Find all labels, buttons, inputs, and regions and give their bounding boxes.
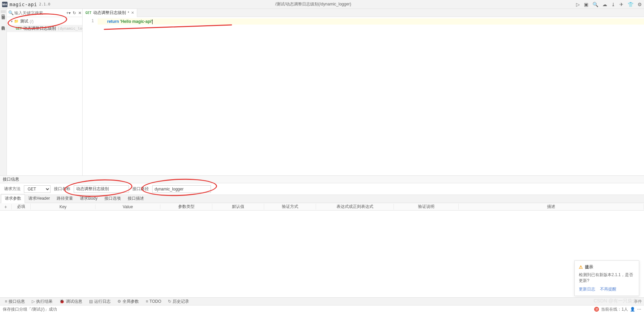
- ptab-desc[interactable]: 接口描述: [124, 194, 147, 203]
- header-toolbar: ▷ ▣ 🔍 ☁ ⤓ ✈ 👕 ⚙: [576, 2, 642, 7]
- http-method-badge: GET: [16, 27, 22, 30]
- path-label: 接口路径: [132, 186, 149, 192]
- editor-zone: GET 动态调整日志级别* ✕ 1 return 'Hello magic-ap…: [83, 9, 644, 175]
- col-type: 参数类型: [160, 204, 212, 210]
- add-param-icon[interactable]: +: [0, 204, 12, 210]
- bb-info[interactable]: ≡接口信息: [2, 299, 28, 304]
- notification-body: 检测到已有新版本2.1.1，是否更新?: [579, 272, 635, 284]
- play-icon: ▷: [32, 299, 35, 304]
- panel-title: 接口信息: [0, 176, 644, 183]
- sidebar: 🔍 +▾ ↻ ✕ ⇅ ⊙ ⊟ ▾ 📁 测试 (/) GET 动态调整日志级别 (…: [7, 9, 83, 175]
- search-icon[interactable]: 🔍: [592, 2, 598, 7]
- warning-icon: ⚠: [579, 265, 583, 270]
- bb-todo[interactable]: ≡TODO: [143, 299, 164, 304]
- status-bar: 保存接口分组「/测试(/)」成功 游 当前在线：1人 👤 ⋯: [0, 305, 644, 313]
- http-method-badge: GET: [85, 11, 91, 15]
- more-icon[interactable]: ⋯: [637, 307, 641, 312]
- col-expression: 表达式或正则表达式: [316, 204, 394, 210]
- main-content: 接口 ▦ 函数 fn 🔍 +▾ ↻ ✕ ⇅ ⊙ ⊟ ▾ 📁 测试 (/): [0, 9, 644, 175]
- param-table-body: [0, 211, 644, 252]
- col-required: 必填: [12, 204, 31, 210]
- col-validate: 验证方式: [264, 204, 316, 210]
- col-default: 默认值: [212, 204, 264, 210]
- sidebar-search-bar: 🔍 +▾ ↻ ✕ ⇅ ⊙ ⊟: [7, 9, 82, 17]
- bb-history[interactable]: ↻历史记录: [165, 299, 192, 304]
- app-header: MA magic-api 2.1.0 /测试/动态调整日志级别(/dynamic…: [0, 0, 644, 9]
- ptab-options[interactable]: 接口选项: [101, 194, 124, 203]
- breadcrumb-path: /测试/动态调整日志级别(/dynamic_logger): [50, 1, 576, 7]
- rail-tab-api[interactable]: 接口: [1, 10, 6, 13]
- app-version: 2.1.0: [39, 2, 50, 6]
- search-icon: 🔍: [8, 10, 14, 15]
- logo-icon: MA: [2, 2, 8, 7]
- editor-tabs: GET 动态调整日志级别* ✕: [83, 9, 644, 17]
- ptab-pathvar[interactable]: 路径变量: [53, 194, 76, 203]
- dismiss-link[interactable]: 不再提醒: [600, 286, 616, 292]
- bb-debug[interactable]: 🐞调试信息: [57, 299, 85, 304]
- line-number: 1: [83, 18, 94, 23]
- method-select[interactable]: GET: [24, 185, 51, 193]
- gear-icon: ⚙: [117, 299, 121, 304]
- chevron-down-icon: ▾: [11, 19, 13, 23]
- cloud-down-icon[interactable]: ⤓: [611, 2, 615, 7]
- history-icon: ↻: [168, 299, 171, 304]
- code-line: return 'Hello magic-api': [98, 18, 644, 25]
- left-rail: 接口 ▦ 函数 fn: [0, 9, 7, 175]
- info-icon: ≡: [5, 299, 7, 304]
- ptab-params[interactable]: 请求参数: [1, 194, 25, 203]
- send-icon[interactable]: ✈: [619, 2, 624, 7]
- tree-folder[interactable]: ▾ 📁 测试 (/): [7, 18, 82, 25]
- folder-path: (/): [30, 19, 33, 24]
- bug-icon: 🐞: [59, 299, 65, 304]
- folder-name: 测试: [20, 18, 28, 24]
- ptab-body[interactable]: 请求Body: [76, 194, 101, 203]
- cloud-up-icon[interactable]: ☁: [602, 2, 607, 7]
- api-tree: ▾ 📁 测试 (/) GET 动态调整日志级别 (dynamic_logger): [7, 17, 82, 175]
- editor-tab[interactable]: GET 动态调整日志级别* ✕: [83, 9, 137, 17]
- ptab-header[interactable]: 请求Header: [25, 194, 53, 203]
- notification-title: 提示: [585, 264, 593, 270]
- log-icon: ▤: [89, 299, 93, 304]
- name-input[interactable]: [74, 185, 129, 193]
- folder-icon: 📁: [14, 19, 19, 24]
- update-log-link[interactable]: 更新日志: [579, 286, 595, 292]
- rail-icon-2[interactable]: fn: [1, 25, 5, 33]
- search-input[interactable]: [14, 11, 66, 15]
- status-message: 保存接口分组「/测试(/)」成功: [3, 307, 57, 312]
- add-icon[interactable]: +▾: [66, 11, 71, 15]
- col-desc: 描述: [459, 204, 644, 210]
- run-icon[interactable]: ▷: [576, 2, 580, 7]
- code-content[interactable]: return 'Hello magic-api': [98, 17, 644, 175]
- online-status: 游 当前在线：1人 👤 ⋯: [594, 307, 641, 312]
- bb-result[interactable]: ▷执行结果: [29, 299, 55, 304]
- bottom-panel: 接口信息 请求方法 GET 接口名称 接口路径 请求参数 请求Header 路径…: [0, 175, 644, 252]
- bb-runlog[interactable]: ▤运行日志: [86, 299, 113, 304]
- rail-icon-1[interactable]: ▦: [1, 14, 5, 21]
- update-notification: ⚠ 提示 检测到已有新版本2.1.1，是否更新? 更新日志 不再提醒: [574, 260, 639, 296]
- name-label: 接口名称: [54, 186, 70, 192]
- bb-global[interactable]: ⚙全局参数: [115, 299, 142, 304]
- code-editor[interactable]: 1 return 'Hello magic-api': [83, 17, 644, 175]
- api-name: 动态调整日志级别: [23, 26, 56, 31]
- method-label: 请求方法: [4, 186, 20, 192]
- api-form-row: 请求方法 GET 接口名称 接口路径: [0, 183, 644, 195]
- path-input[interactable]: [152, 185, 211, 193]
- app-name: magic-api: [10, 2, 37, 7]
- bottom-bar: ≡接口信息 ▷执行结果 🐞调试信息 ▤运行日志 ⚙全局参数 ≡TODO ↻历史记…: [0, 297, 644, 305]
- line-gutter: 1: [83, 17, 98, 175]
- online-count: 当前在线：1人: [601, 307, 628, 312]
- events-label[interactable]: 事件: [634, 299, 642, 304]
- user-icon[interactable]: 👤: [630, 307, 635, 312]
- shirt-icon[interactable]: 👕: [628, 2, 633, 7]
- close-icon[interactable]: ✕: [78, 11, 82, 15]
- rail-tab-function[interactable]: 函数: [1, 22, 6, 25]
- tree-api-item[interactable]: GET 动态调整日志级别 (dynamic_logger): [7, 25, 82, 32]
- online-badge-icon: 游: [594, 307, 599, 312]
- col-validate-desc: 验证说明: [394, 204, 459, 210]
- stop-icon[interactable]: ▣: [584, 2, 588, 7]
- tab-title: 动态调整日志级别: [93, 10, 126, 16]
- refresh-icon[interactable]: ↻: [73, 11, 76, 15]
- dirty-indicator: *: [128, 11, 129, 15]
- gear-icon[interactable]: ⚙: [638, 2, 642, 7]
- close-tab-icon[interactable]: ✕: [131, 11, 134, 15]
